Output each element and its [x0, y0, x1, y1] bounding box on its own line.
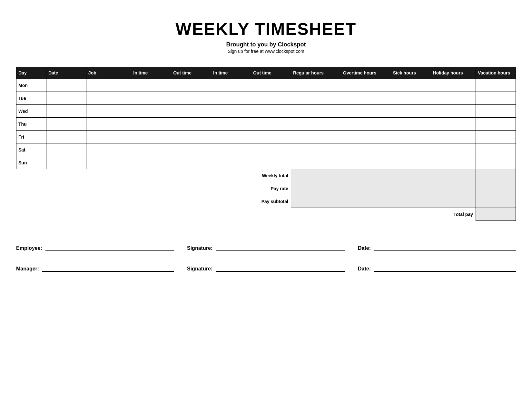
- weekly-total-overtime[interactable]: [341, 169, 391, 182]
- overtime-tue[interactable]: [341, 92, 391, 105]
- intime1-wed[interactable]: [131, 105, 171, 118]
- job-tue[interactable]: [86, 92, 131, 105]
- regular-wed[interactable]: [291, 105, 341, 118]
- pay-subtotal-sick[interactable]: [391, 195, 431, 208]
- intime1-thu[interactable]: [131, 118, 171, 131]
- holiday-thu[interactable]: [431, 118, 476, 131]
- total-pay-value[interactable]: [476, 208, 516, 221]
- regular-sat[interactable]: [291, 143, 341, 156]
- pay-subtotal-overtime[interactable]: [341, 195, 391, 208]
- date-sun[interactable]: [46, 156, 86, 169]
- holiday-sat[interactable]: [431, 143, 476, 156]
- pay-rate-sick[interactable]: [391, 182, 431, 195]
- intime1-mon[interactable]: [131, 79, 171, 92]
- intime1-sun[interactable]: [131, 156, 171, 169]
- overtime-sun[interactable]: [341, 156, 391, 169]
- holiday-mon[interactable]: [431, 79, 476, 92]
- vacation-thu[interactable]: [476, 118, 516, 131]
- pay-rate-holiday[interactable]: [431, 182, 476, 195]
- employee-line[interactable]: [45, 243, 174, 251]
- intime1-sat[interactable]: [131, 143, 171, 156]
- intime1-fri[interactable]: [131, 131, 171, 143]
- vacation-sat[interactable]: [476, 143, 516, 156]
- overtime-fri[interactable]: [341, 131, 391, 143]
- intime2-mon[interactable]: [211, 79, 251, 92]
- outtime2-fri[interactable]: [251, 131, 291, 143]
- weekly-total-vacation[interactable]: [476, 169, 516, 182]
- date-wed[interactable]: [46, 105, 86, 118]
- regular-sun[interactable]: [291, 156, 341, 169]
- date-fri[interactable]: [46, 131, 86, 143]
- vacation-mon[interactable]: [476, 79, 516, 92]
- regular-thu[interactable]: [291, 118, 341, 131]
- sick-sun[interactable]: [391, 156, 431, 169]
- outtime1-fri[interactable]: [171, 131, 211, 143]
- manager-line[interactable]: [42, 264, 174, 272]
- sick-tue[interactable]: [391, 92, 431, 105]
- outtime2-thu[interactable]: [251, 118, 291, 131]
- job-mon[interactable]: [86, 79, 131, 92]
- holiday-fri[interactable]: [431, 131, 476, 143]
- overtime-mon[interactable]: [341, 79, 391, 92]
- overtime-wed[interactable]: [341, 105, 391, 118]
- intime2-fri[interactable]: [211, 131, 251, 143]
- pay-rate-overtime[interactable]: [341, 182, 391, 195]
- outtime2-sat[interactable]: [251, 143, 291, 156]
- outtime1-mon[interactable]: [171, 79, 211, 92]
- outtime1-wed[interactable]: [171, 105, 211, 118]
- manager-signature-line[interactable]: [216, 264, 345, 272]
- intime2-wed[interactable]: [211, 105, 251, 118]
- sick-mon[interactable]: [391, 79, 431, 92]
- weekly-total-regular[interactable]: [291, 169, 341, 182]
- regular-tue[interactable]: [291, 92, 341, 105]
- vacation-sun[interactable]: [476, 156, 516, 169]
- sick-fri[interactable]: [391, 131, 431, 143]
- date-sat[interactable]: [46, 143, 86, 156]
- job-sat[interactable]: [86, 143, 131, 156]
- manager-date-line[interactable]: [374, 264, 516, 272]
- intime2-thu[interactable]: [211, 118, 251, 131]
- sick-sat[interactable]: [391, 143, 431, 156]
- holiday-wed[interactable]: [431, 105, 476, 118]
- weekly-total-sick[interactable]: [391, 169, 431, 182]
- pay-rate-vacation[interactable]: [476, 182, 516, 195]
- intime1-tue[interactable]: [131, 92, 171, 105]
- employee-signature-line[interactable]: [216, 243, 345, 251]
- outtime2-sun[interactable]: [251, 156, 291, 169]
- sick-wed[interactable]: [391, 105, 431, 118]
- job-sun[interactable]: [86, 156, 131, 169]
- intime2-sun[interactable]: [211, 156, 251, 169]
- job-fri[interactable]: [86, 131, 131, 143]
- regular-mon[interactable]: [291, 79, 341, 92]
- pay-rate-regular[interactable]: [291, 182, 341, 195]
- outtime1-sun[interactable]: [171, 156, 211, 169]
- outtime2-wed[interactable]: [251, 105, 291, 118]
- weekly-total-holiday[interactable]: [431, 169, 476, 182]
- date-tue[interactable]: [46, 92, 86, 105]
- date-mon[interactable]: [46, 79, 86, 92]
- outtime1-thu[interactable]: [171, 118, 211, 131]
- overtime-thu[interactable]: [341, 118, 391, 131]
- employee-date-line[interactable]: [374, 243, 516, 251]
- overtime-sat[interactable]: [341, 143, 391, 156]
- job-thu[interactable]: [86, 118, 131, 131]
- holiday-sun[interactable]: [431, 156, 476, 169]
- outtime1-sat[interactable]: [171, 143, 211, 156]
- date-thu[interactable]: [46, 118, 86, 131]
- pay-subtotal-holiday[interactable]: [431, 195, 476, 208]
- sick-thu[interactable]: [391, 118, 431, 131]
- regular-fri[interactable]: [291, 131, 341, 143]
- vacation-wed[interactable]: [476, 105, 516, 118]
- table-row: Sat: [16, 143, 516, 156]
- intime2-sat[interactable]: [211, 143, 251, 156]
- outtime2-tue[interactable]: [251, 92, 291, 105]
- vacation-tue[interactable]: [476, 92, 516, 105]
- pay-subtotal-regular[interactable]: [291, 195, 341, 208]
- outtime1-tue[interactable]: [171, 92, 211, 105]
- job-wed[interactable]: [86, 105, 131, 118]
- pay-subtotal-vacation[interactable]: [476, 195, 516, 208]
- outtime2-mon[interactable]: [251, 79, 291, 92]
- intime2-tue[interactable]: [211, 92, 251, 105]
- vacation-fri[interactable]: [476, 131, 516, 143]
- holiday-tue[interactable]: [431, 92, 476, 105]
